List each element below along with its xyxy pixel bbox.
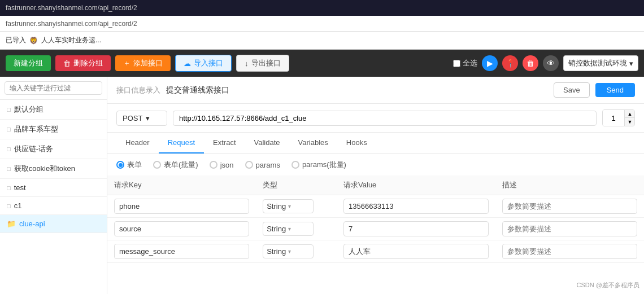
- radio-params[interactable]: params: [245, 161, 280, 169]
- sidebar-item-default[interactable]: □ 默认分组: [0, 100, 107, 120]
- toolbar-right: 全选 ▶ 📍 🗑 👁 销控数据测试环境 ▾: [453, 55, 638, 71]
- main-layout: □ 默认分组 □ 品牌车系车型 □ 供应链-话务 □ 获取cookie和toke…: [0, 77, 644, 294]
- item-icon: □: [7, 185, 11, 191]
- key-input-2[interactable]: [114, 244, 249, 259]
- add-api-button[interactable]: ＋ 添加接口: [115, 55, 171, 71]
- num-input[interactable]: [603, 110, 624, 126]
- num-up-button[interactable]: ▲: [625, 110, 635, 118]
- item-icon: □: [7, 106, 11, 113]
- type-select-1[interactable]: String ▾: [263, 222, 314, 236]
- value-input-0[interactable]: [343, 199, 489, 214]
- type-value-0: String: [267, 202, 288, 210]
- sidebar: □ 默认分组 □ 品牌车系车型 □ 供应链-话务 □ 获取cookie和toke…: [0, 77, 107, 294]
- radio-params-batch[interactable]: params(批量): [291, 160, 346, 170]
- item-icon: □: [7, 146, 11, 152]
- params-table: 请求Key 类型 请求Value 描述 String ▾ String ▾: [107, 175, 644, 263]
- col-key: 请求Key: [107, 175, 256, 195]
- export-api-button[interactable]: ↓ 导出接口: [236, 55, 289, 72]
- radio-dot-biaodai: [116, 161, 124, 169]
- radio-dot-batch: [153, 161, 161, 169]
- type-value-2: String: [267, 247, 288, 256]
- value-input-1[interactable]: [343, 221, 489, 236]
- radio-biaodai-batch[interactable]: 表单(批量): [153, 160, 198, 170]
- radio-biaodai[interactable]: 表单: [116, 160, 142, 170]
- top-bar: fastrunner.shanyishanmei.com/api_record/…: [0, 0, 644, 16]
- tab-request[interactable]: Request: [159, 133, 204, 153]
- num-down-button[interactable]: ▼: [625, 118, 635, 126]
- import-status: 已导入: [6, 36, 26, 45]
- method-select[interactable]: POST ▾: [116, 111, 167, 126]
- radio-row: 表单 表单(批量) json params params(批量): [107, 154, 644, 175]
- type-chevron-2: ▾: [288, 248, 310, 254]
- select-all-label[interactable]: 全选: [453, 58, 477, 68]
- col-type: 类型: [256, 175, 337, 195]
- trash-icon: 🗑: [63, 59, 71, 68]
- chevron-down-icon: ▾: [146, 114, 150, 122]
- download-icon: ↓: [245, 59, 249, 68]
- sidebar-item-brand[interactable]: □ 品牌车系车型: [0, 120, 107, 139]
- import-label: 人人车实时业务运...: [41, 36, 101, 45]
- toolbar: 新建分组 🗑 删除分组 ＋ 添加接口 ☁ 导入接口 ↓ 导出接口 全选 ▶ 📍 …: [0, 50, 644, 77]
- tab-variables[interactable]: Variables: [289, 133, 337, 153]
- sidebar-item-test[interactable]: □ test: [0, 179, 107, 197]
- radio-dot-params: [245, 161, 253, 169]
- iface-header: 接口信息录入 Save Send: [107, 77, 644, 104]
- import-icon: 🦁: [29, 37, 38, 45]
- upload-icon: ☁: [184, 59, 191, 68]
- iface-info-label: 接口信息录入: [116, 85, 160, 95]
- url-bar: fastrunner.shanyishanmei.com/api_record/…: [0, 16, 644, 32]
- watermark: CSDN @差不多程序员: [577, 281, 639, 289]
- table-row: String ▾: [107, 218, 644, 240]
- url-display: fastrunner.shanyishanmei.com/api_record/…: [6, 4, 137, 12]
- table-header-row: 请求Key 类型 请求Value 描述: [107, 175, 644, 195]
- url-input[interactable]: [173, 111, 597, 126]
- iface-name-input[interactable]: [166, 86, 548, 95]
- key-input-0[interactable]: [114, 199, 249, 214]
- item-icon: □: [7, 203, 11, 209]
- value-input-2[interactable]: [343, 244, 489, 259]
- col-value: 请求Value: [337, 175, 495, 195]
- chevron-down-icon: ▾: [629, 59, 633, 68]
- delete-group-button[interactable]: 🗑 删除分组: [55, 55, 111, 71]
- search-input[interactable]: [5, 81, 102, 95]
- send-button[interactable]: Send: [595, 83, 635, 97]
- key-input-1[interactable]: [114, 221, 249, 236]
- select-all-checkbox[interactable]: [453, 60, 460, 67]
- type-value-1: String: [267, 225, 288, 233]
- table-row: String ▾: [107, 240, 644, 263]
- play-button[interactable]: ▶: [482, 55, 498, 71]
- radio-dot-params-batch: [291, 161, 299, 169]
- type-chevron-0: ▾: [288, 203, 310, 209]
- import-bar: 已导入 🦁 人人车实时业务运...: [0, 32, 644, 50]
- folder-icon: 📁: [7, 220, 16, 228]
- import-api-button[interactable]: ☁ 导入接口: [175, 55, 232, 72]
- desc-input-1[interactable]: [502, 221, 637, 236]
- desc-input-2[interactable]: [502, 244, 637, 259]
- sidebar-item-supply[interactable]: □ 供应链-话务: [0, 139, 107, 159]
- tab-validate[interactable]: Validate: [245, 133, 289, 153]
- tab-header[interactable]: Header: [116, 133, 159, 153]
- sidebar-item-c1[interactable]: □ c1: [0, 197, 107, 215]
- save-button[interactable]: Save: [554, 82, 590, 98]
- sidebar-search: [0, 77, 107, 100]
- type-select-2[interactable]: String ▾: [263, 244, 314, 258]
- table-row: String ▾: [107, 195, 644, 218]
- num-arrows: ▲ ▼: [624, 110, 635, 126]
- content-area: 接口信息录入 Save Send POST ▾ ▲ ▼ Header: [107, 77, 644, 294]
- tab-hooks[interactable]: Hooks: [337, 133, 376, 153]
- env-select[interactable]: 销控数据测试环境 ▾: [563, 55, 638, 71]
- sidebar-item-cookie[interactable]: □ 获取cookie和token: [0, 159, 107, 179]
- location-button[interactable]: 📍: [502, 55, 518, 71]
- new-group-button[interactable]: 新建分组: [6, 55, 51, 71]
- sidebar-item-clue-api[interactable]: 📁 clue-api: [0, 215, 107, 233]
- item-icon: □: [7, 126, 11, 133]
- radio-dot-json: [210, 161, 217, 169]
- desc-input-0[interactable]: [502, 199, 637, 214]
- type-chevron-1: ▾: [288, 226, 310, 232]
- radio-json[interactable]: json: [210, 161, 234, 169]
- tab-extract[interactable]: Extract: [204, 133, 245, 153]
- delete-button[interactable]: 🗑: [523, 55, 538, 71]
- tabs: Header Request Extract Validate Variable…: [107, 133, 644, 154]
- eye-button[interactable]: 👁: [543, 55, 559, 71]
- type-select-0[interactable]: String ▾: [263, 199, 314, 213]
